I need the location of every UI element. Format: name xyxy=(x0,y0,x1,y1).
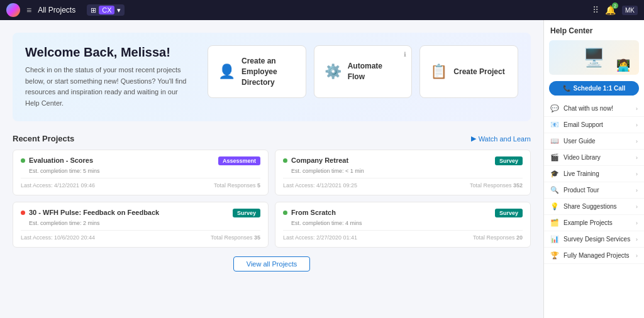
project-card-wfh-pulse[interactable]: 30 - WFH Pulse: Feedback on Feedback Sur… xyxy=(13,202,269,248)
project-top-row: From Scratch Survey xyxy=(283,209,523,217)
status-dot-green xyxy=(21,158,25,163)
nav-project-title[interactable]: All Projects xyxy=(38,6,75,14)
recent-projects-title: Recent Projects xyxy=(13,134,74,143)
content-area: Welcome Back, Melissa! Check in on the s… xyxy=(0,20,543,318)
employee-directory-icon: 👤 xyxy=(218,63,235,80)
chevron-right-icon: › xyxy=(636,171,638,177)
project-meta: Est. completion time: < 1 min xyxy=(291,168,523,174)
help-menu-item-left: 🎓 Live Training xyxy=(550,170,599,178)
last-access: Last Access: 4/12/2021 09:25 xyxy=(283,182,357,189)
project-footer: Last Access: 4/12/2021 09:46 Total Respo… xyxy=(21,178,260,189)
project-name-row: Evaluation - Scores xyxy=(21,156,93,164)
help-illustration: 🖥️ xyxy=(583,47,605,68)
view-all-projects-button[interactable]: View all Projects xyxy=(233,256,311,271)
watch-and-learn-button[interactable]: ▶ Watch and Learn xyxy=(471,134,531,143)
create-project-icon: 📋 xyxy=(430,63,447,80)
help-menu-icon: 📊 xyxy=(550,235,559,243)
help-menu-item[interactable]: 🏆 Fully Managed Projects › xyxy=(544,248,644,264)
app-grid-icon: ⊞ xyxy=(91,6,96,14)
nav-apps-section: ⊞ CX ▾ xyxy=(87,4,125,16)
help-menu-label: Fully Managed Projects xyxy=(564,252,630,259)
hero-greeting: Welcome Back, Melissa! xyxy=(25,45,189,60)
help-center-title: Help Center xyxy=(544,26,644,40)
notifications-button[interactable]: 🔔 2 xyxy=(605,5,616,15)
project-name: Evaluation - Scores xyxy=(29,156,93,164)
hero-cards-row: 👤 Create anEmployee Directory ℹ ⚙️ Autom… xyxy=(208,45,518,98)
help-menu-item-left: 📊 Survey Design Services xyxy=(550,235,630,243)
help-menu-item-left: 💬 Chat with us now! xyxy=(550,104,613,112)
project-card-company-retreat[interactable]: Company Retreat Survey Est. completion t… xyxy=(275,150,531,195)
help-menu-item[interactable]: 📧 Email Support › xyxy=(544,117,644,133)
phone-icon: 📞 xyxy=(563,85,570,92)
schedule-call-label: Schedule 1:1 Call xyxy=(574,85,626,92)
employee-directory-label: Create anEmployee Directory xyxy=(242,56,296,87)
schedule-call-button[interactable]: 📞 Schedule 1:1 Call xyxy=(549,81,639,96)
help-menu-item-left: 🎬 Video Library xyxy=(550,153,601,162)
help-menu-label: Survey Design Services xyxy=(564,236,630,243)
help-menu-item[interactable]: 🗂️ Example Projects › xyxy=(544,215,644,231)
create-project-card[interactable]: 📋 Create Project xyxy=(419,45,518,98)
notification-badge: 2 xyxy=(612,3,618,9)
help-menu-icon: 🗂️ xyxy=(550,219,559,227)
info-icon: ℹ xyxy=(404,51,406,58)
project-top-row: 30 - WFH Pulse: Feedback on Feedback Sur… xyxy=(21,209,260,217)
help-menu-icon: 📧 xyxy=(550,121,559,129)
help-menu-item-left: 💡 Share Suggestions xyxy=(550,202,617,211)
grid-dots-icon[interactable]: ⠿ xyxy=(592,5,599,15)
cx-badge: CX xyxy=(99,6,114,14)
total-responses: Total Responses 352 xyxy=(470,182,523,189)
automate-flow-card[interactable]: ℹ ⚙️ Automate Flow xyxy=(314,45,413,98)
projects-grid: Evaluation - Scores Assessment Est. comp… xyxy=(13,150,531,248)
help-menu-item[interactable]: 🔍 Product Tour › xyxy=(544,182,644,199)
help-menu-label: Chat with us now! xyxy=(564,105,613,112)
help-menu-label: Live Training xyxy=(564,170,599,177)
chevron-right-icon: › xyxy=(636,122,638,128)
help-menu: 💬 Chat with us now! › 📧 Email Support › … xyxy=(544,101,644,264)
project-card-from-scratch[interactable]: From Scratch Survey Est. completion time… xyxy=(275,202,531,248)
help-menu-item-left: 📧 Email Support xyxy=(550,121,603,129)
project-top-row: Company Retreat Survey xyxy=(283,156,523,165)
watch-icon: ▶ xyxy=(471,134,476,143)
help-menu-item[interactable]: 🎓 Live Training › xyxy=(544,166,644,182)
total-responses: Total Responses 5 xyxy=(214,182,260,189)
hamburger-menu[interactable]: ≡ xyxy=(26,5,31,15)
help-menu-item[interactable]: 🎬 Video Library › xyxy=(544,150,644,166)
help-menu-item[interactable]: 💡 Share Suggestions › xyxy=(544,199,644,215)
recent-projects-header: Recent Projects ▶ Watch and Learn xyxy=(13,134,531,143)
hero-section: Welcome Back, Melissa! Check in on the s… xyxy=(13,33,531,121)
create-employee-directory-card[interactable]: 👤 Create anEmployee Directory xyxy=(208,45,306,98)
help-menu-item[interactable]: 💬 Chat with us now! › xyxy=(544,101,644,117)
watch-learn-label: Watch and Learn xyxy=(479,135,531,143)
project-footer: Last Access: 10/6/2020 20:44 Total Respo… xyxy=(21,230,260,241)
project-footer: Last Access: 2/27/2020 01:41 Total Respo… xyxy=(283,230,523,241)
help-menu-item-left: 📖 User Guide xyxy=(550,137,596,145)
help-person-illustration: 👩‍💻 xyxy=(616,58,630,72)
chevron-right-icon: › xyxy=(636,253,638,259)
status-dot-green xyxy=(283,158,287,163)
help-menu-label: Email Support xyxy=(564,121,603,128)
help-menu-item[interactable]: 📊 Survey Design Services › xyxy=(544,231,644,248)
project-name: Company Retreat xyxy=(291,156,348,164)
hero-text: Welcome Back, Melissa! Check in on the s… xyxy=(25,45,189,109)
app-switcher[interactable]: ⊞ CX ▾ xyxy=(87,4,125,16)
help-menu-item[interactable]: 📖 User Guide › xyxy=(544,133,644,150)
project-card-evaluation-scores[interactable]: Evaluation - Scores Assessment Est. comp… xyxy=(13,150,269,195)
cx-chevron: ▾ xyxy=(117,6,121,14)
chevron-right-icon: › xyxy=(636,220,638,226)
chevron-right-icon: › xyxy=(636,236,638,243)
app-logo[interactable] xyxy=(6,3,20,17)
help-menu-icon: 🔍 xyxy=(550,186,559,194)
last-access: Last Access: 10/6/2020 20:44 xyxy=(21,234,95,241)
help-menu-label: Share Suggestions xyxy=(564,203,617,210)
help-menu-icon: 🎓 xyxy=(550,170,559,178)
user-avatar[interactable]: MK xyxy=(622,6,638,15)
project-top-row: Evaluation - Scores Assessment xyxy=(21,156,260,165)
chevron-right-icon: › xyxy=(636,155,638,161)
chevron-right-icon: › xyxy=(636,187,638,194)
hero-subtitle: Check in on the status of your most rece… xyxy=(25,65,189,109)
project-badge: Assessment xyxy=(218,156,260,165)
project-name-row: 30 - WFH Pulse: Feedback on Feedback xyxy=(21,209,159,216)
last-access: Last Access: 4/12/2021 09:46 xyxy=(21,182,95,189)
main-layout: Welcome Back, Melissa! Check in on the s… xyxy=(0,20,644,318)
project-name: 30 - WFH Pulse: Feedback on Feedback xyxy=(29,209,159,216)
